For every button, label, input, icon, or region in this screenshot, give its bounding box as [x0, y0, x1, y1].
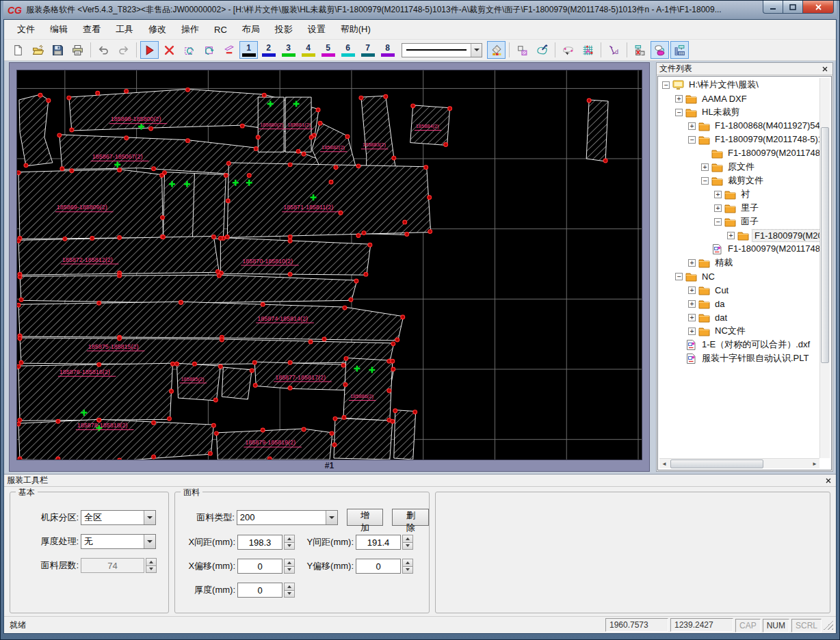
tree-expander[interactable]: +	[688, 314, 696, 321]
pen-button-6[interactable]: 6	[339, 41, 357, 59]
x-spacing-input[interactable]	[237, 535, 283, 550]
tree-expander[interactable]: +	[688, 259, 696, 267]
pen-button-1[interactable]: 1	[239, 41, 258, 59]
step-up-button[interactable]	[402, 535, 413, 543]
menu-item-10[interactable]: 帮助(H)	[333, 21, 378, 38]
tree-item[interactable]: −NC	[659, 269, 819, 283]
fabric-layers-input[interactable]	[81, 558, 144, 573]
pen-button-2[interactable]: 2	[259, 41, 278, 59]
pattern-piece[interactable]	[19, 94, 53, 166]
pattern-canvas-svg[interactable]: 185868-185800(2)185867-185067(2)185880(2…	[17, 70, 642, 459]
pattern-piece[interactable]	[394, 410, 416, 459]
thickness-input[interactable]	[237, 583, 283, 598]
thickness-mode-select[interactable]: 无	[81, 534, 156, 549]
tree-item[interactable]: +da	[659, 297, 819, 310]
pattern-piece[interactable]	[220, 237, 371, 275]
save-file-button[interactable]	[49, 41, 67, 59]
tree-expander[interactable]: +	[688, 300, 696, 308]
dropdown-arrow-icon[interactable]	[144, 535, 155, 548]
pen-button-5[interactable]: 5	[319, 41, 337, 59]
x-offset-stepper[interactable]	[284, 559, 295, 574]
measure-tool-button[interactable]: d	[605, 41, 623, 59]
print-button[interactable]	[68, 41, 87, 59]
horizontal-scrollbar[interactable]: ◄ ►	[659, 458, 819, 468]
tool-panel-close-button[interactable]	[824, 476, 833, 485]
fabric-type-select[interactable]: 200	[237, 510, 338, 525]
tree-expander[interactable]: −	[675, 109, 683, 116]
projector-delete-tool-button[interactable]	[631, 41, 649, 59]
tree-item[interactable]: −H:\样片文件\服装\	[659, 78, 819, 92]
step-up-button[interactable]	[402, 559, 413, 567]
pattern-piece[interactable]	[227, 163, 430, 237]
pattern-piece[interactable]	[334, 418, 393, 459]
piece-fill-tool-button[interactable]	[651, 41, 669, 59]
scroll-left-arrow[interactable]: ◄	[659, 459, 669, 468]
machine-zone-select[interactable]: 全区	[81, 510, 156, 525]
offset-copy-tool-button[interactable]	[220, 41, 238, 59]
y-spacing-input[interactable]	[356, 535, 401, 550]
thickness-stepper[interactable]	[284, 583, 295, 598]
pattern-canvas[interactable]: 185868-185800(2)185867-185067(2)185880(2…	[16, 70, 642, 460]
tree-expander[interactable]: +	[701, 163, 709, 171]
tree-item[interactable]: +精裁	[659, 256, 819, 269]
rotate-cw-tool-button[interactable]	[200, 41, 218, 59]
redo-button[interactable]	[114, 41, 133, 59]
title-bar[interactable]: CG 服装条格软件 <Ver5.4.3_T823><非售品:JW00000002…	[3, 1, 837, 19]
pen-button-4[interactable]: 4	[299, 41, 317, 59]
scroll-right-arrow[interactable]: ►	[810, 459, 819, 468]
close-button[interactable]	[802, 1, 834, 14]
step-down-button[interactable]	[284, 543, 295, 550]
pattern-piece[interactable]	[586, 100, 608, 161]
tree-item[interactable]: −裁剪文件	[659, 174, 819, 187]
pattern-piece[interactable]	[222, 367, 252, 399]
tree-expander[interactable]: +	[714, 191, 722, 198]
step-up-button[interactable]	[146, 558, 157, 566]
menu-item-1[interactable]: 编辑	[42, 21, 75, 38]
tree-item[interactable]: +AAMA DXF	[659, 92, 819, 105]
tree-expander[interactable]: −	[688, 136, 696, 144]
add-fabric-button[interactable]: 增加	[347, 509, 384, 526]
pattern-piece[interactable]	[343, 358, 393, 421]
tree-expander[interactable]: −	[714, 218, 722, 226]
vertical-scrollbar-thumb[interactable]	[821, 127, 829, 363]
tree-expander[interactable]: −	[675, 273, 683, 280]
tree-expander[interactable]: +	[688, 122, 696, 130]
tree-item[interactable]: +dat	[659, 310, 819, 324]
tree-expander[interactable]: −	[701, 177, 709, 185]
menu-item-3[interactable]: 工具	[108, 21, 141, 38]
pattern-piece[interactable]	[20, 275, 357, 303]
tree-item[interactable]: +原文件	[659, 160, 819, 174]
grid-mark-tool-button[interactable]: A	[579, 41, 597, 59]
minimize-button[interactable]	[763, 1, 783, 14]
tree-item[interactable]: +Cut	[659, 283, 819, 297]
x-spacing-stepper[interactable]	[284, 535, 295, 550]
tree-item[interactable]: 服装十字针眼自动认识.PLT	[659, 351, 819, 365]
tree-item[interactable]: +衬	[659, 187, 819, 201]
menu-item-8[interactable]: 投影	[267, 21, 300, 38]
rotate-ccw-tool-button[interactable]	[180, 41, 198, 59]
line-style-select[interactable]	[402, 43, 482, 57]
delete-tool-button[interactable]	[160, 41, 179, 59]
pick-piece-tool-button[interactable]	[559, 41, 577, 59]
x-offset-input[interactable]	[237, 559, 283, 574]
pattern-piece[interactable]	[18, 236, 219, 275]
tree-expander[interactable]: +	[688, 286, 696, 294]
menu-item-7[interactable]: 布局	[235, 21, 267, 38]
new-file-button[interactable]	[9, 41, 27, 59]
dropdown-arrow-icon[interactable]	[144, 511, 155, 524]
tree-item[interactable]: 1-E（对称的可以合并）.dxf	[659, 338, 819, 351]
resize-grip[interactable]	[824, 620, 833, 630]
tree-item[interactable]: −F1-1800979(M2011748-5)1013件-A	[659, 133, 819, 146]
tree-expander[interactable]: +	[675, 95, 683, 103]
step-down-button[interactable]	[146, 566, 157, 574]
menu-item-5[interactable]: 操作	[174, 21, 207, 38]
tree-expander[interactable]: +	[727, 232, 735, 239]
splitter[interactable]	[650, 62, 656, 472]
menu-item-4[interactable]: 修改	[141, 21, 174, 38]
vertical-scrollbar[interactable]	[819, 78, 830, 458]
tree-expander[interactable]: +	[714, 204, 722, 212]
tree-expander[interactable]: +	[688, 328, 696, 335]
y-offset-stepper[interactable]	[402, 559, 413, 574]
dropdown-arrow-icon[interactable]	[471, 44, 482, 57]
maximize-button[interactable]	[783, 1, 802, 14]
